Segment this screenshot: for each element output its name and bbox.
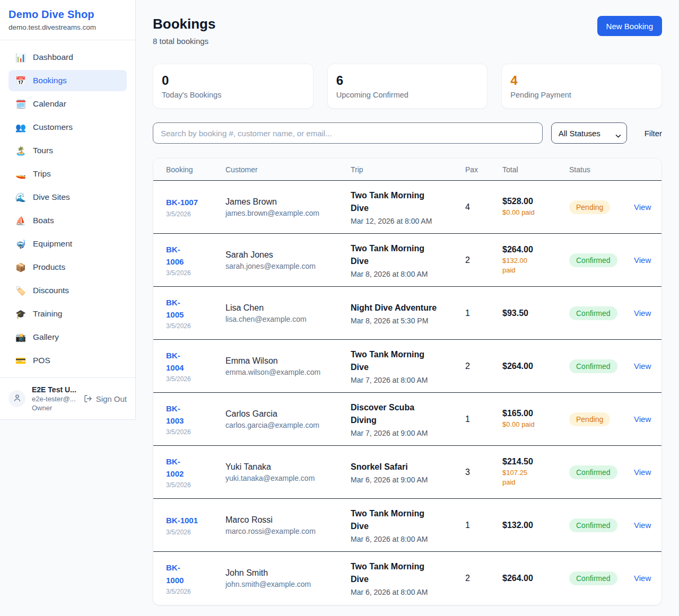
- booking-id-link[interactable]: BK-1000: [166, 561, 184, 586]
- total-amount: $165.00: [502, 409, 564, 418]
- stat-card-today-s-bookings: 0Today's Bookings: [153, 64, 314, 109]
- customer-name: Lisa Chen: [225, 303, 345, 313]
- customer-name: Marco Rossi: [225, 515, 345, 525]
- booking-date: 3/5/2026: [166, 210, 220, 218]
- sidebar-item-products[interactable]: 📦Products: [8, 257, 127, 278]
- actions-cell: View: [634, 362, 656, 371]
- booking-date: 3/5/2026: [166, 269, 220, 277]
- booking-id-link[interactable]: BK-1002: [166, 455, 184, 480]
- trip-cell: Discover Scuba Diving Mar 7, 2026 at 9:0…: [351, 401, 465, 437]
- booking-cell: BK-1001 3/5/2026: [166, 514, 225, 535]
- actions-cell: View: [634, 468, 656, 477]
- view-link[interactable]: View: [634, 468, 651, 477]
- sidebar-item-gallery[interactable]: 📸Gallery: [8, 327, 127, 348]
- gallery-icon: 📸: [15, 332, 26, 342]
- sidebar-item-label: Tours: [33, 146, 53, 155]
- customers-icon: 👥: [15, 122, 26, 133]
- trip-name: Two Tank Morning Dive: [351, 560, 438, 586]
- booking-id-link[interactable]: BK-1006: [166, 243, 184, 268]
- sidebar-item-pos[interactable]: 💳POS: [8, 350, 127, 371]
- filter-button[interactable]: Filter: [645, 129, 662, 138]
- table-header-row: Booking Customer Trip Pax Total Status: [153, 159, 661, 181]
- booking-id-link[interactable]: BK-1007: [166, 196, 198, 208]
- column-header-booking: Booking: [166, 165, 225, 174]
- status-filter-select[interactable]: All Statuses: [551, 122, 627, 144]
- products-icon: 📦: [15, 262, 26, 272]
- total-cell: $132.00: [502, 521, 569, 530]
- customer-name: John Smith: [225, 568, 345, 578]
- customer-name: Carlos Garcia: [225, 409, 345, 419]
- status-cell: Confirmed: [569, 359, 634, 373]
- sidebar-item-dashboard[interactable]: 📊Dashboard: [8, 47, 127, 68]
- equipment-icon: 🤿: [15, 239, 26, 249]
- trip-datetime: Mar 6, 2026 at 8:00 AM: [351, 535, 460, 543]
- stat-value: 0: [162, 73, 304, 88]
- trip-datetime: Mar 7, 2026 at 8:00 AM: [351, 376, 460, 384]
- trip-datetime: Mar 8, 2026 at 5:30 PM: [351, 316, 460, 325]
- table-row: BK-1000 3/5/2026 John Smith john.smith@e…: [153, 552, 661, 605]
- column-header-status: Status: [569, 165, 634, 174]
- pax-count: 1: [465, 521, 502, 530]
- stats-row: 0Today's Bookings6Upcoming Confirmed4Pen…: [153, 64, 662, 109]
- sidebar-item-dive-sites[interactable]: 🌊Dive Sites: [8, 187, 127, 208]
- sidebar-item-tours[interactable]: 🏝️Tours: [8, 140, 127, 161]
- booking-id-link[interactable]: BK-1001: [166, 514, 198, 526]
- booking-date: 3/5/2026: [166, 529, 220, 536]
- booking-date: 3/5/2026: [166, 481, 220, 489]
- view-link[interactable]: View: [634, 521, 651, 530]
- view-link[interactable]: View: [634, 256, 651, 265]
- status-badge: Confirmed: [569, 359, 617, 373]
- sidebar-item-customers[interactable]: 👥Customers: [8, 117, 127, 138]
- sidebar-item-label: Dive Sites: [33, 192, 70, 202]
- bookings-table: Booking Customer Trip Pax Total Status B…: [153, 158, 662, 605]
- paid-amount: $0.00 paid: [502, 208, 539, 217]
- sidebar-item-label: Trips: [33, 169, 51, 179]
- sign-out-icon: [84, 394, 92, 403]
- sidebar-item-label: Calendar: [33, 99, 66, 109]
- sidebar-item-bookings[interactable]: 📅Bookings: [8, 70, 127, 91]
- sidebar-item-trips[interactable]: 🚤Trips: [8, 163, 127, 184]
- booking-id-link[interactable]: BK-1003: [166, 402, 184, 427]
- view-link[interactable]: View: [634, 362, 651, 371]
- booking-cell: BK-1003 3/5/2026: [166, 402, 225, 436]
- total-cell: $165.00 $0.00 paid: [502, 409, 569, 429]
- customer-cell: Carlos Garcia carlos.garcia@example.com: [225, 409, 351, 429]
- trip-cell: Snorkel Safari Mar 6, 2026 at 9:00 AM: [351, 461, 465, 484]
- sidebar-item-calendar[interactable]: 🗓️Calendar: [8, 93, 127, 115]
- view-link[interactable]: View: [634, 203, 651, 212]
- status-cell: Confirmed: [569, 518, 634, 532]
- booking-cell: BK-1006 3/5/2026: [166, 243, 225, 277]
- booking-id-link[interactable]: BK-1004: [166, 349, 184, 374]
- status-cell: Confirmed: [569, 306, 634, 320]
- user-icon: [13, 393, 22, 404]
- total-amount: $132.00: [502, 521, 564, 530]
- sign-out-button[interactable]: Sign Out: [84, 394, 127, 403]
- trip-cell: Two Tank Morning Dive Mar 6, 2026 at 8:0…: [351, 560, 465, 596]
- avatar: [8, 390, 25, 407]
- trip-datetime: Mar 12, 2026 at 8:00 AM: [351, 217, 460, 225]
- booking-date: 3/5/2026: [166, 375, 220, 383]
- view-link[interactable]: View: [634, 309, 651, 318]
- table-row: BK-1001 3/5/2026 Marco Rossi marco.rossi…: [153, 499, 661, 552]
- view-link[interactable]: View: [634, 574, 651, 583]
- booking-date: 3/5/2026: [166, 428, 220, 436]
- sidebar-item-training[interactable]: 🎓Training: [8, 303, 127, 324]
- view-link[interactable]: View: [634, 415, 651, 424]
- sidebar-item-label: Boats: [33, 216, 54, 225]
- status-badge: Confirmed: [569, 253, 617, 267]
- controls-row: All Statuses Filter: [153, 122, 662, 144]
- booking-id-link[interactable]: BK-1005: [166, 296, 184, 321]
- trip-cell: Two Tank Morning Dive Mar 6, 2026 at 8:0…: [351, 507, 465, 543]
- page-header-text: Bookings 8 total bookings: [153, 16, 215, 46]
- sidebar-item-discounts[interactable]: 🏷️Discounts: [8, 280, 127, 301]
- sidebar-item-boats[interactable]: ⛵Boats: [8, 210, 127, 231]
- new-booking-button[interactable]: New Booking: [597, 16, 662, 36]
- customer-cell: Lisa Chen lisa.chen@example.com: [225, 303, 351, 323]
- stat-value: 6: [336, 73, 479, 88]
- booking-cell: BK-1004 3/5/2026: [166, 349, 225, 383]
- actions-cell: View: [634, 309, 656, 318]
- search-input[interactable]: [153, 122, 543, 144]
- shop-domain: demo.test.divestreams.com: [8, 23, 127, 31]
- sidebar-item-equipment[interactable]: 🤿Equipment: [8, 233, 127, 254]
- sidebar-item-label: Discounts: [33, 286, 69, 295]
